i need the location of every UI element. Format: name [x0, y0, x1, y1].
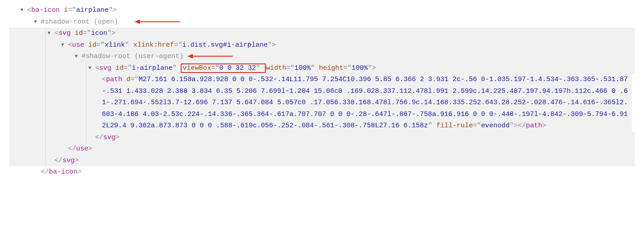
shadow-root-open[interactable]: ▼ #shadow-root (open) — [9, 16, 635, 28]
dom-node-svg-icon[interactable]: ▼ <svg id="icon"> — [9, 28, 635, 39]
attr-value: 0 0 32 32 — [219, 64, 256, 72]
expand-toggle-icon[interactable]: ▼ — [88, 64, 94, 72]
tag-name: svg — [58, 29, 71, 37]
highlighted-attr: viewBox="0 0 32 32" — [181, 63, 266, 73]
dom-node-use[interactable]: ▼ <use id="xlink" xlink:href="i.dist.svg… — [9, 39, 635, 51]
tag-name: ba-icon — [49, 168, 77, 176]
close-use[interactable]: </use> — [9, 143, 635, 155]
expand-toggle-icon[interactable]: ▼ — [61, 41, 67, 49]
attr-value-path-d: M27.161 6.158a.928.928 0 0 0-.532-.14L11… — [102, 76, 628, 130]
svg-marker-3 — [187, 54, 193, 58]
attr-value: i.dist.svg#i-airplane — [182, 41, 268, 49]
attr-name: fill-rule — [436, 122, 473, 130]
shadow-root-user-agent[interactable]: ▼ #shadow-root (user-agent) — [9, 51, 635, 63]
attr-value: evenodd — [481, 122, 509, 130]
tag-name: use — [76, 145, 88, 153]
tag-name: ba-icon — [31, 6, 60, 14]
attr-name: d — [126, 76, 130, 83]
attr-name: viewBox — [183, 64, 211, 72]
attr-value: xlink — [105, 41, 125, 49]
tag-name: path — [526, 122, 542, 130]
tag-name: use — [72, 41, 84, 49]
attr-name: width — [266, 64, 286, 72]
tag-name: svg — [99, 64, 111, 72]
attr-name: id — [75, 29, 83, 37]
svg-marker-1 — [135, 19, 140, 24]
annotation-arrow-icon — [135, 19, 180, 25]
tag-name: svg — [62, 157, 75, 164]
expand-toggle-icon[interactable]: ▼ — [75, 52, 80, 61]
attr-value: i-airplane — [132, 64, 173, 72]
attr-value: airplane — [76, 6, 109, 14]
attr-value: icon — [91, 29, 107, 37]
close-ba-icon[interactable]: </ba-icon> — [9, 166, 635, 178]
attr-name: id — [88, 41, 96, 49]
attr-name: xlink:href — [133, 41, 174, 49]
attr-value: 100% — [294, 64, 311, 72]
shadow-root-label: #shadow-root (open) — [41, 18, 118, 26]
tag-name: svg — [103, 134, 115, 141]
attr-value: 100% — [351, 64, 368, 72]
expand-toggle-icon[interactable]: ▼ — [48, 29, 53, 38]
close-svg-airplane[interactable]: </svg> — [9, 132, 635, 144]
tag-name: path — [106, 76, 122, 83]
dom-node-svg-airplane[interactable]: ▼ <svg id="i-airplane" viewBox="0 0 32 3… — [9, 63, 635, 74]
annotation-arrow-icon — [187, 53, 233, 59]
close-svg-icon[interactable]: </svg> — [9, 155, 635, 167]
dom-node-path[interactable]: <path d="M27.161 6.158a.928.928 0 0 0-.5… — [9, 74, 632, 132]
attr-name: i — [64, 6, 68, 14]
attr-name: height — [319, 64, 343, 72]
expand-toggle-icon[interactable]: ▼ — [34, 18, 39, 26]
shadow-root-label: #shadow-root (user-agent) — [82, 53, 183, 60]
expand-toggle-icon[interactable]: ▼ — [20, 6, 26, 14]
dom-node-ba-icon[interactable]: ▼ <ba-icon i="airplane"> — [9, 5, 635, 16]
attr-name: id — [115, 64, 124, 72]
